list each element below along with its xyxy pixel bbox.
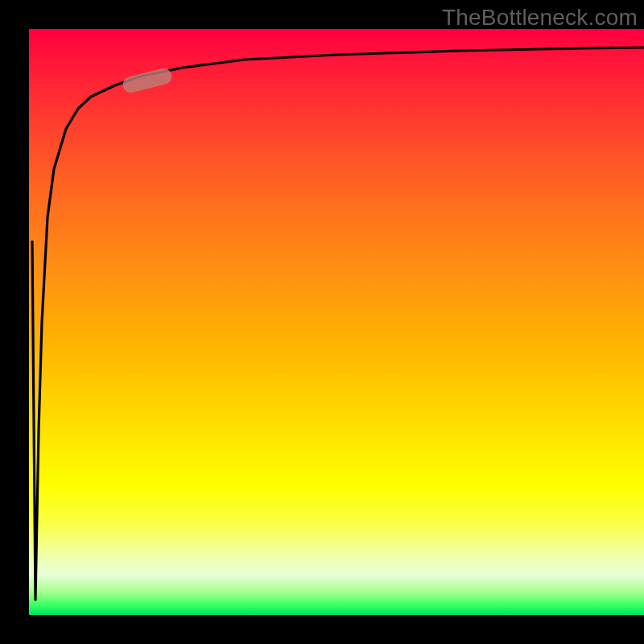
chart-container: TheBottleneck.com xyxy=(0,0,644,644)
watermark-label: TheBottleneck.com xyxy=(442,5,638,31)
plot-gradient-area xyxy=(29,29,644,615)
